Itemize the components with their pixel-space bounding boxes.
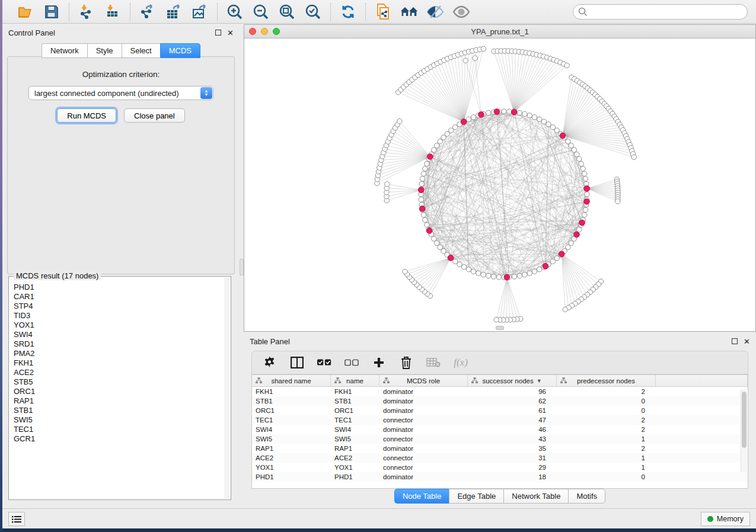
zoom-fit-icon[interactable]	[278, 3, 296, 21]
show-column-icon[interactable]	[290, 355, 304, 370]
cytoscape-app-window: Control Panel ✕ NetworkStyleSelectMCDS O…	[2, 0, 756, 528]
table-cell: 35	[468, 445, 557, 452]
panel-menu-button[interactable]	[8, 512, 25, 526]
mcds-node-item[interactable]: GCR1	[14, 434, 222, 444]
memory-button[interactable]: Memory	[701, 512, 750, 526]
float-panel-icon[interactable]	[215, 29, 221, 37]
network-canvas[interactable]	[244, 39, 755, 331]
clear-selection-icon[interactable]	[344, 355, 359, 370]
table-cell: TEC1	[331, 416, 379, 424]
table-row[interactable]: SWI4SWI4dominator462	[252, 425, 748, 434]
table-scrollbar[interactable]	[741, 389, 747, 472]
add-column-icon[interactable]	[372, 355, 386, 370]
criterion-value: largest connected component (undirected)	[34, 89, 179, 98]
table-cell: YOX1	[252, 464, 331, 471]
mcds-node-item[interactable]: PMA2	[14, 349, 222, 358]
table-row[interactable]: ACE2ACE2connector311	[252, 453, 748, 463]
table-cell: 18	[468, 473, 557, 480]
refresh-icon[interactable]	[339, 3, 357, 21]
control-panel-title: Control Panel	[8, 28, 55, 37]
mcds-node-item[interactable]: PHD1	[14, 283, 222, 292]
delete-column-icon[interactable]	[399, 355, 413, 370]
export-network-icon[interactable]	[139, 3, 157, 21]
table-row[interactable]: FKH1FKH1dominator962	[252, 387, 748, 396]
show-eye-icon[interactable]	[452, 3, 470, 21]
import-network-icon[interactable]	[78, 3, 95, 21]
mcds-node-item[interactable]: YOX1	[14, 321, 222, 330]
table-row[interactable]: TEC1TEC1connector472	[252, 415, 748, 425]
table-row[interactable]: STB1STB1dominator620	[252, 396, 748, 406]
mcds-node-item[interactable]: TEC1	[14, 425, 222, 434]
mcds-node-item[interactable]: CAR1	[14, 292, 222, 302]
tab-mcds[interactable]: MCDS	[160, 43, 200, 58]
memory-status-icon	[707, 516, 713, 522]
table-cell: dominator	[379, 407, 468, 414]
clone-network-icon[interactable]	[374, 3, 392, 21]
mcds-node-item[interactable]: STB5	[14, 377, 222, 387]
close-panel-button[interactable]: Close panel	[124, 108, 185, 123]
houses-icon[interactable]	[400, 3, 418, 21]
mcds-node-item[interactable]: ACE2	[14, 368, 222, 377]
open-session-icon[interactable]	[17, 3, 34, 21]
tab-style[interactable]: Style	[87, 43, 122, 58]
mcds-node-item[interactable]: STB1	[14, 406, 222, 415]
table-row[interactable]: SWI5SWI5connector431	[252, 434, 748, 444]
table-panel-title: Table Panel	[250, 337, 290, 346]
mcds-node-item[interactable]: RAP1	[14, 396, 222, 406]
list-icon	[12, 515, 21, 523]
mcds-node-item[interactable]: ORC1	[14, 387, 222, 396]
mcds-list-scrollbar[interactable]	[224, 278, 229, 498]
table-cell: connector	[379, 454, 468, 462]
table-row[interactable]: YOX1YOX1connector291	[252, 463, 748, 472]
run-mcds-button[interactable]: Run MCDS	[57, 108, 116, 123]
float-table-panel-icon[interactable]	[732, 338, 738, 345]
mcds-node-item[interactable]: TID3	[14, 311, 222, 321]
table-cell: ACE2	[252, 454, 331, 462]
save-session-icon[interactable]	[43, 3, 60, 21]
column-header-shared-name[interactable]: shared name	[252, 375, 331, 386]
panel-splitter-handle[interactable]	[240, 259, 244, 275]
close-panel-icon[interactable]: ✕	[227, 29, 234, 37]
mcds-node-item[interactable]: SRD1	[14, 339, 222, 349]
column-header-predecessor-nodes[interactable]: predecessor nodes	[557, 375, 656, 386]
column-header-name[interactable]: name	[331, 375, 379, 386]
tab-network-table[interactable]: Network Table	[503, 489, 568, 504]
node-table-header: shared namenameMCDS rolesuccessor nodes▼…	[252, 375, 748, 387]
table-row[interactable]: PHD1PHD1dominator180	[252, 472, 748, 482]
column-header-successor-nodes[interactable]: successor nodes▼	[468, 375, 557, 386]
table-cell: TEC1	[252, 416, 331, 424]
mcds-node-item[interactable]: SWI5	[14, 415, 222, 425]
zoom-in-icon[interactable]	[226, 3, 244, 21]
table-cell: connector	[379, 416, 468, 424]
horizontal-splitter-handle[interactable]	[496, 326, 504, 330]
table-cell: 61	[468, 407, 557, 414]
function-builder-icon: f(x)	[454, 355, 468, 370]
criterion-dropdown[interactable]: largest connected component (undirected)…	[28, 86, 213, 100]
table-row[interactable]: RAP1RAP1dominator352	[252, 444, 748, 453]
tab-network[interactable]: Network	[42, 43, 87, 58]
table-cell: 2	[557, 388, 656, 395]
export-image-icon[interactable]	[191, 3, 209, 21]
mcds-node-item[interactable]: SWI4	[14, 330, 222, 339]
tab-select[interactable]: Select	[122, 43, 160, 58]
hide-eye-icon[interactable]	[426, 3, 444, 21]
table-cell: dominator	[379, 426, 468, 433]
tab-node-table[interactable]: Node Table	[394, 489, 449, 504]
close-table-panel-icon[interactable]: ✕	[744, 338, 750, 345]
mcds-node-item[interactable]: STP4	[14, 302, 222, 311]
column-header-MCDS-role[interactable]: MCDS role	[379, 375, 468, 386]
settings-gear-icon[interactable]	[263, 355, 277, 370]
tab-motifs[interactable]: Motifs	[568, 489, 605, 504]
tab-edge-table[interactable]: Edge Table	[449, 489, 503, 504]
table-row[interactable]: ORC1ORC1dominator610	[252, 406, 748, 415]
table-cell: RAP1	[252, 445, 331, 452]
zoom-out-icon[interactable]	[252, 3, 270, 21]
select-all-icon[interactable]	[317, 355, 331, 370]
search-input[interactable]	[573, 4, 748, 20]
table-cell: SWI5	[331, 435, 379, 443]
zoom-selected-icon[interactable]	[304, 3, 322, 21]
mcds-node-item[interactable]: FKH1	[14, 358, 222, 368]
export-table-icon[interactable]	[165, 3, 183, 21]
table-cell: ORC1	[252, 407, 331, 414]
import-table-icon[interactable]	[104, 3, 122, 21]
